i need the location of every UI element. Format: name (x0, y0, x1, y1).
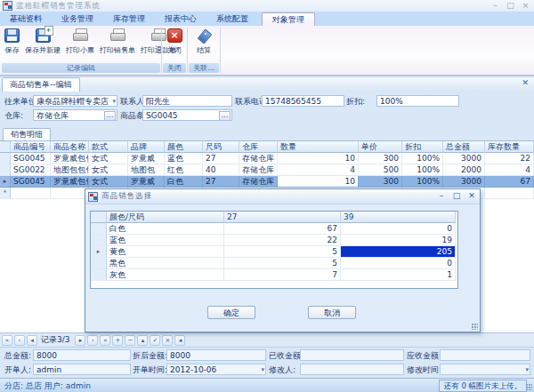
table-row-selected[interactable]: ▸ 黄色 5 205 (91, 246, 457, 258)
modify-time-label: 修改时间: (407, 364, 441, 376)
dialog-title: 商品销售选择 (101, 191, 152, 202)
tab-object-management[interactable]: 对象管理 (262, 12, 315, 26)
app-icon (3, 1, 12, 11)
tab-sales-order-edit[interactable]: 商品销售单--编辑 (2, 77, 80, 92)
editing-cell[interactable]: 10 (278, 176, 359, 188)
unit-combo[interactable]: 康奈品牌鞋帽专卖店 ▾ (33, 95, 117, 107)
nav-append-button[interactable]: + (112, 335, 123, 346)
nav-prev-page-button[interactable]: ‹ (14, 335, 25, 346)
nav-edit-button[interactable]: ▴ (137, 335, 148, 346)
column-header[interactable]: 折扣 (402, 141, 443, 153)
save-icon (4, 28, 20, 43)
column-header[interactable]: 单价 (359, 141, 402, 153)
column-header[interactable]: 27 (224, 212, 341, 223)
discounted-total-field[interactable]: 8000 (166, 349, 266, 361)
print-sales-order-button[interactable]: 打印销售单 (97, 26, 138, 63)
table-row[interactable]: SG0045 罗意威包包 女式 罗意威 蓝色 27 存储仓库 10 300 10… (0, 153, 534, 164)
table-row[interactable]: 白色 67 0 (91, 223, 457, 235)
nav-last-button[interactable]: » (100, 335, 110, 346)
color-size-grid: 颜色/尺码 27 39 白色 67 0 蓝色 22 19 ▸ 黄色 5 205 (90, 211, 458, 289)
settle-button[interactable]: 结算 (194, 26, 214, 63)
warehouse-field[interactable]: 存储仓库 … (33, 109, 117, 121)
document-close-icon[interactable]: ✕ (522, 78, 529, 87)
dialog-icon (88, 192, 98, 202)
nav-delete-button[interactable]: − (125, 335, 135, 346)
nav-extra-button[interactable]: ◂ (174, 335, 185, 346)
column-header[interactable]: 颜色/尺码 (107, 212, 224, 223)
order-totals-panel: 总金额: 8000 折后金额: 8000 已收金额: 应收金额: 开单人: ad… (0, 347, 534, 378)
nav-next-page-button[interactable]: › (87, 335, 98, 346)
table-row-selected[interactable]: ▸ SG0045 罗意威包包 女式 罗意威 白色 27 存储仓库 10 300 … (0, 176, 534, 188)
dialog-title-bar[interactable]: 商品销售选择 – □ ✕ (85, 189, 480, 204)
minimize-icon[interactable]: – (490, 1, 500, 10)
column-header[interactable]: 品牌 (128, 141, 165, 153)
chevron-down-icon[interactable]: ▾ (525, 364, 529, 375)
column-header[interactable]: 商品编号 (11, 141, 51, 153)
column-header[interactable]: 商品名称 (51, 141, 89, 153)
save-and-new-button[interactable]: 保存并新建 (22, 26, 63, 63)
column-header[interactable]: 尺码 (203, 141, 239, 153)
window-resize-grip[interactable] (526, 384, 532, 390)
cancel-button[interactable]: 取消 (308, 306, 356, 319)
save-button[interactable]: 保存 (2, 26, 22, 63)
ribbon-group-related: 结算 关联... (189, 26, 219, 74)
tab-system-config[interactable]: 系统配置 (206, 12, 258, 26)
column-header[interactable]: 39 (341, 212, 456, 223)
nav-commit-button[interactable]: ✓ (150, 335, 160, 346)
receivable-field[interactable] (440, 349, 530, 361)
chevron-down-icon[interactable]: ▾ (112, 96, 116, 107)
row-indicator (0, 153, 11, 164)
product-sales-selection-dialog: 商品销售选择 – □ ✕ 颜色/尺码 27 39 白色 67 0 蓝 (85, 188, 481, 332)
discount-field[interactable]: 100% (376, 95, 459, 107)
total-field[interactable]: 8000 (33, 349, 131, 361)
column-header[interactable]: 数量 (278, 141, 359, 153)
dialog-close-icon[interactable]: ✕ (467, 191, 476, 200)
print-receipt-button[interactable]: 打印小票 (63, 26, 97, 63)
save-new-icon (36, 28, 51, 43)
received-field[interactable] (300, 349, 404, 361)
order-time-combo[interactable]: 2012-10-06 ▾ (166, 364, 266, 375)
tab-base-data[interactable]: 基础资料 (0, 12, 52, 26)
ellipsis-button[interactable]: … (104, 111, 116, 121)
nav-prev-button[interactable]: ◂ (27, 335, 37, 346)
table-row[interactable]: 黑色 5 0 (91, 258, 457, 269)
dialog-minimize-icon[interactable]: – (437, 191, 446, 200)
group-label-close: 关闭 (163, 63, 186, 73)
column-header[interactable]: 总金额 (443, 141, 485, 153)
ok-button[interactable]: 确定 (207, 306, 255, 319)
nav-cancel-button[interactable]: × (162, 335, 173, 346)
ellipsis-button[interactable]: … (219, 111, 231, 121)
column-header[interactable]: 款式 (89, 141, 128, 153)
dialog-resize-grip[interactable] (472, 324, 478, 330)
chevron-down-icon[interactable]: ▾ (261, 364, 264, 375)
tab-business[interactable]: 业务管理 (52, 12, 103, 26)
window-title: 蓝格鞋帽销售管理系统 (16, 1, 101, 12)
phone-field[interactable]: 15748565455 (262, 95, 344, 107)
barcode-field[interactable]: SG0045 … (142, 109, 232, 121)
column-header[interactable]: 颜色 (165, 141, 203, 153)
maximize-icon[interactable]: □ (506, 1, 515, 10)
table-row[interactable]: SG0022 地图包包包 女式 地图包 红色 40 存储仓库 4 500 100… (0, 164, 534, 176)
close-icon[interactable]: × (521, 1, 530, 10)
dialog-maximize-icon[interactable]: □ (452, 191, 461, 200)
upload-status-panel: 还有 0 幅图片未上传。 (439, 380, 527, 392)
new-row-indicator: * (0, 188, 11, 199)
selected-cell[interactable]: 205 (341, 246, 456, 258)
table-row[interactable]: 蓝色 22 19 (91, 235, 457, 246)
modifier-field[interactable] (300, 364, 404, 375)
nav-first-button[interactable]: « (2, 335, 12, 346)
tab-inventory[interactable]: 库存管理 (103, 12, 155, 26)
column-header[interactable]: 库存数量 (485, 141, 534, 153)
operator-field[interactable]: admin (33, 364, 131, 375)
row-indicator-arrow: ▸ (0, 176, 11, 188)
tab-sales-detail[interactable]: 销售明细 (3, 128, 51, 140)
table-row[interactable]: 灰色 7 1 (91, 269, 457, 281)
application-window: 蓝格鞋帽销售管理系统 – □ × 基础资料 业务管理 库存管理 报表中心 系统配… (0, 0, 534, 392)
column-header[interactable]: 仓库 (239, 141, 278, 153)
nav-next-button[interactable]: ▸ (75, 335, 85, 346)
tab-reports[interactable]: 报表中心 (155, 12, 206, 26)
modify-time-combo[interactable]: ▾ (440, 364, 530, 375)
close-form-button[interactable]: 关闭 (165, 26, 185, 63)
detail-tab-strip: 销售明细 (0, 125, 534, 140)
contact-field[interactable]: 阳先生 (142, 95, 232, 107)
